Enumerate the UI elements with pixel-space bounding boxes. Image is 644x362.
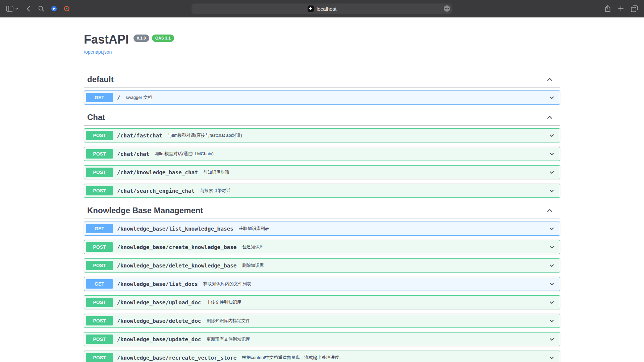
method-badge: POST — [86, 168, 113, 177]
oas-badge: OAS 3.1 — [152, 35, 174, 42]
endpoint-row[interactable]: POST /chat/knowledge_base_chat 与知识库对话 — [84, 165, 560, 179]
endpoint-row[interactable]: POST /knowledge_base/create_knowledge_ba… — [84, 240, 560, 254]
title-row: FastAPI 0.1.0 OAS 3.1 — [84, 33, 560, 46]
method-badge: POST — [86, 242, 113, 252]
endpoint-path: /chat/chat — [117, 151, 149, 157]
expand-chevron-down-icon[interactable] — [548, 354, 555, 361]
toolbar-right-group — [605, 5, 638, 12]
section-title: Knowledge Base Management — [87, 205, 203, 215]
tab-overview-button[interactable] — [631, 5, 638, 12]
method-badge: POST — [86, 316, 113, 325]
method-badge: POST — [86, 353, 113, 362]
section-header[interactable]: Knowledge Base Management — [84, 202, 560, 219]
endpoint-summary: 与知识库对话 — [203, 169, 229, 175]
share-button[interactable] — [605, 5, 611, 12]
endpoint-row[interactable]: POST /chat/chat 与llm模型对话(通过LLMChain) — [84, 147, 560, 161]
section-header[interactable]: Chat — [84, 109, 560, 126]
sidebar-toggle-button[interactable] — [6, 6, 13, 12]
expand-chevron-down-icon[interactable] — [548, 169, 555, 176]
method-badge: POST — [86, 149, 113, 159]
method-badge: POST — [86, 131, 113, 140]
endpoint-list: GET /knowledge_base/list_knowledge_bases… — [84, 219, 560, 362]
endpoint-summary: 获取知识库内的文件列表 — [203, 281, 251, 287]
endpoint-row[interactable]: POST /knowledge_base/update_doc 更新现有文件到知… — [84, 332, 560, 346]
site-favicon — [308, 5, 314, 12]
endpoint-path: /knowledge_base/recreate_vector_store — [117, 355, 236, 361]
extension-icon-orange[interactable] — [64, 6, 70, 12]
endpoint-row[interactable]: POST /knowledge_base/upload_doc 上传文件到知识库 — [84, 295, 560, 309]
endpoint-summary: 上传文件到知识库 — [206, 299, 241, 305]
expand-chevron-down-icon[interactable] — [548, 225, 555, 232]
expand-chevron-down-icon[interactable] — [548, 317, 555, 324]
section-title: Chat — [87, 112, 105, 122]
version-badge: 0.1.0 — [133, 35, 149, 42]
address-bar-content: localhost — [308, 5, 336, 12]
expand-chevron-down-icon[interactable] — [548, 94, 555, 101]
endpoint-summary: 获取知识库列表 — [239, 226, 269, 232]
endpoint-path: /knowledge_base/upload_doc — [117, 299, 201, 306]
expand-chevron-down-icon[interactable] — [548, 150, 555, 157]
endpoint-row[interactable]: POST /chat/fastchat 与llm模型对话(直接与fastchat… — [84, 128, 560, 142]
page-settings-button[interactable] — [444, 5, 450, 12]
method-badge: POST — [86, 335, 113, 344]
endpoint-summary: 与llm模型对话(通过LLMChain) — [155, 151, 214, 157]
method-badge: GET — [86, 279, 113, 289]
endpoint-summary: swagger 文档 — [126, 95, 152, 101]
content-wrapper: FastAPI 0.1.0 OAS 3.1 /openapi.json defa… — [77, 17, 567, 362]
endpoint-row[interactable]: POST /knowledge_base/recreate_vector_sto… — [84, 351, 560, 362]
extension-icon-blue[interactable] — [51, 6, 57, 12]
method-badge: POST — [86, 186, 113, 195]
expand-chevron-down-icon[interactable] — [548, 244, 555, 250]
endpoint-path: /chat/knowledge_base_chat — [117, 169, 198, 176]
search-icon[interactable] — [38, 6, 44, 12]
endpoint-path: /knowledge_base/delete_knowledge_base — [117, 262, 236, 269]
endpoint-summary: 更新现有文件到知识库 — [206, 336, 250, 342]
expand-chevron-down-icon[interactable] — [548, 262, 555, 269]
address-bar[interactable]: localhost — [192, 3, 452, 14]
endpoint-summary: 与llm模型对话(直接与fastchat api对话) — [168, 132, 242, 138]
expand-chevron-down-icon[interactable] — [548, 132, 555, 139]
toolbar-left-group — [6, 6, 70, 12]
endpoint-row[interactable]: GET /knowledge_base/list_knowledge_bases… — [84, 222, 560, 236]
endpoint-row[interactable]: POST /knowledge_base/delete_knowledge_ba… — [84, 258, 560, 273]
expand-chevron-down-icon[interactable] — [548, 187, 555, 194]
endpoint-path: /knowledge_base/list_knowledge_bases — [117, 226, 233, 232]
api-info: FastAPI 0.1.0 OAS 3.1 /openapi.json — [84, 17, 560, 55]
section-title: default — [87, 74, 114, 84]
collapse-chevron-up-icon[interactable] — [546, 76, 553, 83]
endpoint-summary: 创建知识库 — [242, 244, 264, 250]
back-button[interactable] — [26, 6, 30, 12]
expand-chevron-down-icon[interactable] — [548, 299, 555, 306]
endpoint-row[interactable]: POST /chat/search_engine_chat 与搜索引擎对话 — [84, 184, 560, 198]
url-text: localhost — [317, 6, 336, 11]
swagger-page: FastAPI 0.1.0 OAS 3.1 /openapi.json defa… — [0, 17, 644, 362]
method-badge: POST — [86, 298, 113, 307]
badges: 0.1.0 OAS 3.1 — [133, 35, 174, 42]
collapse-chevron-up-icon[interactable] — [546, 114, 553, 121]
api-section: Chat POST /chat/fastchat 与llm模型对话(直接与fas… — [84, 109, 560, 198]
endpoint-row[interactable]: GET / swagger 文档 — [84, 90, 560, 105]
endpoint-summary: 与搜索引擎对话 — [200, 188, 230, 194]
endpoint-path: /knowledge_base/list_docs — [117, 281, 198, 287]
endpoint-path: /knowledge_base/create_knowledge_base — [117, 244, 236, 250]
sections: default GET / swagger 文档 Chat — [84, 71, 560, 362]
page-title: FastAPI — [84, 33, 129, 46]
endpoint-path: /chat/fastchat — [117, 132, 162, 139]
endpoint-path: /knowledge_base/update_doc — [117, 336, 201, 343]
browser-toolbar: localhost — [0, 0, 644, 17]
sidebar-toggle-icon — [6, 6, 13, 12]
endpoint-summary: 根据content中文档重建向量库，流式输出处理进度。 — [242, 355, 343, 361]
method-badge: GET — [86, 224, 113, 233]
expand-chevron-down-icon[interactable] — [548, 281, 555, 287]
method-badge: POST — [86, 261, 113, 270]
expand-chevron-down-icon[interactable] — [548, 336, 555, 343]
endpoint-row[interactable]: POST /knowledge_base/delete_doc 删除知识库内指定… — [84, 314, 560, 328]
openapi-spec-link[interactable]: /openapi.json — [84, 49, 112, 55]
endpoint-path: / — [117, 95, 120, 101]
sidebar-chevron-down-icon[interactable] — [15, 7, 18, 10]
section-header[interactable]: default — [84, 71, 560, 88]
collapse-chevron-up-icon[interactable] — [546, 207, 553, 214]
new-tab-button[interactable] — [618, 6, 624, 11]
api-section: default GET / swagger 文档 — [84, 71, 560, 105]
endpoint-row[interactable]: GET /knowledge_base/list_docs 获取知识库内的文件列… — [84, 277, 560, 291]
